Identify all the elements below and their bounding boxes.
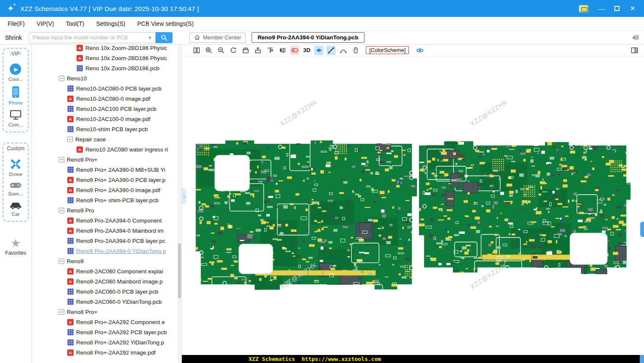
tree-item-label: Reno 10x Zoom-2BD186 Physic — [85, 55, 167, 61]
board-side-toggle-icon[interactable] — [290, 46, 299, 55]
status-text: XZZ Schematics https://www.xzztools.com — [182, 356, 381, 362]
rail-item-course[interactable]: ▶ Cour... — [8, 63, 23, 82]
layers-panel-icon[interactable] — [630, 46, 639, 55]
tree-file[interactable]: AReno9 Pro+ 2AA390-0 image.pdf — [32, 185, 181, 195]
tree-file[interactable]: AReno9-2AC060 Mainbord image.p — [32, 276, 181, 286]
menu-vip[interactable]: VIP(V) — [36, 20, 54, 27]
import-box-icon[interactable] — [253, 46, 263, 55]
tree-file[interactable]: AReno9 Pro+ 2AA390-0 PCB layer.p — [32, 175, 181, 185]
tree-file[interactable]: AReno 10x Zoom-2BD186 Physic — [32, 44, 181, 53]
tree-file[interactable]: Reno9-2AC060-0 PCB layer.pcb — [32, 286, 181, 297]
zoom-out-icon[interactable] — [216, 46, 226, 55]
collapse-minus-icon[interactable]: − — [67, 137, 73, 142]
split-view-icon[interactable] — [192, 46, 201, 55]
mouse-icon[interactable] — [351, 46, 360, 55]
pdf-file-icon: A — [67, 116, 74, 122]
menu-file[interactable]: File(F) — [8, 20, 25, 27]
tree-file[interactable]: Reno9 Pro-2AA394-0 YiDianTong.p — [32, 246, 181, 256]
colorscheme-button[interactable]: [ColorScheme] — [366, 46, 409, 54]
arc-icon[interactable] — [339, 46, 348, 55]
view-3d-button[interactable]: 3D — [302, 47, 311, 53]
maximize-button[interactable] — [614, 6, 619, 11]
zoom-in-icon[interactable] — [204, 46, 214, 55]
tree-node[interactable]: −Reno8 Pro+ — [32, 307, 181, 317]
chevron-down-icon[interactable]: ▼ — [148, 35, 155, 40]
search-button[interactable] — [156, 32, 173, 43]
tree-node[interactable]: −Reno9 — [32, 256, 181, 266]
tree-node[interactable]: −Reno10 — [32, 73, 181, 83]
eye-icon[interactable] — [415, 46, 425, 55]
rail-item-favorites[interactable]: ★ Favorites — [5, 238, 26, 256]
tree-file[interactable]: AReno8 Pro+-2AA292 image.pdf — [32, 347, 181, 358]
tree-item-label: Reno9 Pro+ 2AA390-0 image.pdf — [76, 187, 160, 193]
vip-section: -VIP- ▶ Cour... Phone — [3, 48, 29, 132]
collapse-minus-icon[interactable]: − — [59, 76, 64, 81]
phone-icon — [11, 86, 20, 99]
rail-item-drone[interactable]: Drone — [9, 158, 22, 177]
tree-item-label: Reno10-2AC080-0 image.pdf — [76, 96, 151, 102]
tree-node[interactable]: −Repair case — [32, 134, 181, 144]
tree-node[interactable]: −Reno9 Pro+ — [32, 154, 181, 165]
rail-item-computer[interactable]: Com... — [8, 110, 23, 127]
collapse-tree-handle[interactable]: ‹ — [182, 188, 186, 204]
tree-item-label: Reno9 Pro — [67, 207, 94, 214]
minimize-button[interactable]: — — [597, 5, 605, 12]
tree-scrollbar-thumb[interactable] — [178, 243, 181, 298]
pcb-viewer: 3D [ColorScheme] — [182, 44, 644, 363]
close-button[interactable]: ✕ — [629, 5, 636, 12]
tree-scrollbar-track[interactable] — [178, 44, 181, 363]
collapse-minus-icon[interactable]: − — [59, 309, 64, 315]
scroll-corner[interactable] — [640, 355, 644, 363]
tree-file[interactable]: AReno9-2AC060 Component explai — [32, 266, 181, 276]
member-center-label: Member Center — [203, 34, 241, 41]
rotate-icon[interactable] — [229, 46, 238, 55]
probe-icon[interactable] — [266, 46, 275, 55]
drone-icon — [10, 158, 22, 170]
tree-file[interactable]: AReno10 2AC080 water ingress ri — [32, 144, 181, 154]
open-file-tab[interactable]: Reno9 Pro-2AA394-0 YiDianTong.pcb — [252, 32, 364, 43]
tree-file[interactable]: AReno10-2AC100-0 image.pdf — [32, 114, 181, 124]
tree-file[interactable]: AReno8 Pro+-2AA292 Component e — [32, 317, 181, 327]
rail-item-game[interactable]: Gam... — [8, 181, 23, 196]
tree-file[interactable]: Reno8 Pro+-2AA292 PCB layer.pcb — [32, 327, 181, 337]
computer-icon — [9, 110, 22, 121]
tree-file[interactable]: Reno9 Pro+ shim-PCB layer.pcb — [32, 195, 181, 205]
tree-file[interactable]: AReno10-2AC080-0 image.pdf — [32, 94, 181, 104]
rail-item-phone[interactable]: Phone — [8, 86, 22, 105]
collapse-minus-icon[interactable]: − — [59, 157, 64, 162]
menu-tool[interactable]: Tool(T) — [66, 20, 85, 27]
tree-file[interactable]: AReno9 Pro-2AA394-0 Component — [32, 215, 181, 226]
tree-file[interactable]: Reno9 Pro-2AA394-0 PCB layer.pc — [32, 236, 181, 246]
tree-file[interactable]: AReno 10x Zoom-2BD186 Physic — [32, 53, 181, 63]
tree-item-label: Reno9 Pro-2AA394-0 YiDianTong.p — [76, 248, 166, 254]
vip-card-icon[interactable] — [579, 5, 588, 12]
tree-file[interactable]: Reno9 Pro+ 2AA390-0 MB+SUB Yi — [32, 165, 181, 175]
rail-item-car[interactable]: Car — [9, 201, 22, 217]
status-bar: XZZ Schematics https://www.xzztools.com — [182, 355, 644, 363]
play-icon: ▶ — [10, 63, 21, 75]
menu-settings[interactable]: Settings(S) — [96, 20, 125, 27]
measure-line-icon[interactable] — [326, 46, 336, 55]
collapse-minus-icon[interactable]: − — [59, 258, 64, 264]
pcb-canvas[interactable]: XZZ@XZZHK XZZ@XZZHK XZZ@XZZHK XZZ@XZZHK … — [182, 56, 644, 355]
tree-file[interactable]: Reno8 Pro+-2AA292 YiDianTong.p — [32, 337, 181, 347]
right-panel-handle[interactable] — [640, 222, 644, 237]
tree-file[interactable]: Reno 10x Zoom-2BD186.pcb — [32, 63, 181, 73]
export-box-icon[interactable] — [241, 46, 250, 55]
tree-file[interactable]: AReno9 Pro-2AA394-0 Mainbord im — [32, 226, 181, 236]
pcb-file-icon — [67, 197, 74, 204]
collapse-minus-icon[interactable]: − — [59, 208, 64, 213]
shrink-button[interactable]: Shrink — [0, 34, 24, 41]
close-tab-icon[interactable] — [632, 34, 640, 41]
tree-file[interactable]: Reno10-2AC080-0 PCB layer.pcb — [32, 83, 181, 94]
tree-file[interactable]: Reno10-2AC100 PCB layer.pcb — [32, 104, 181, 114]
member-center-button[interactable]: Member Center — [189, 33, 246, 43]
tree-file[interactable]: Reno9-2AC060-0 YiDianTong.pcb — [32, 297, 181, 307]
tree-node[interactable]: −Reno9 Pro — [32, 205, 181, 215]
tree-file[interactable]: Reno10-shim PCB layer.pcb — [32, 124, 181, 134]
flip-horizontal-icon[interactable] — [278, 46, 287, 55]
search-input[interactable] — [29, 34, 148, 41]
select-arrow-icon[interactable] — [314, 46, 323, 55]
tree-item-label: Reno10 — [67, 75, 87, 82]
menu-pcb-view-settings[interactable]: PCB View settings(S) — [137, 20, 194, 27]
